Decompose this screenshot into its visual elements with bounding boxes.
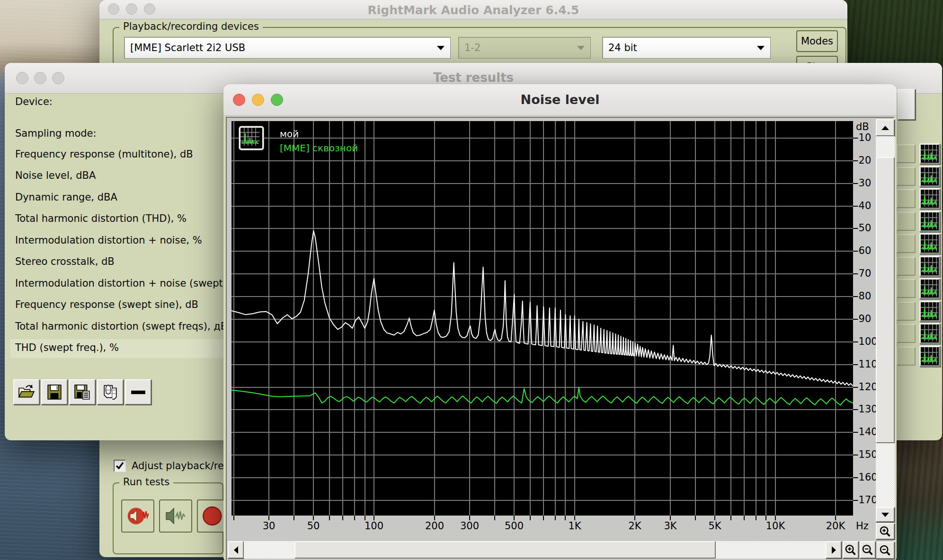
channels-value: 1-2: [464, 42, 480, 53]
test-row-label[interactable]: Stereo crosstalk, dB: [15, 256, 115, 267]
spectrum-button[interactable]: [919, 211, 940, 232]
x-tick-label: 500: [500, 520, 528, 532]
x-tick: [434, 516, 435, 520]
scroll-up-button[interactable]: [876, 119, 895, 136]
chevron-down-icon[interactable]: [437, 46, 445, 50]
checkmark-icon: [115, 461, 125, 471]
x-tick-label: 5K: [701, 520, 729, 532]
test-row-label[interactable]: Frequency response (multitone), dB: [15, 149, 193, 160]
test-row-label[interactable]: Noise level, dBA: [15, 170, 96, 181]
x-tick-label: 300: [455, 520, 484, 532]
open-button[interactable]: [13, 379, 40, 405]
scroll-down-button[interactable]: [876, 507, 895, 522]
test-row-label[interactable]: Intermodulation distortion + noise, %: [15, 235, 202, 246]
v-scroll-thumb[interactable]: [876, 157, 895, 443]
channels-combo: 1-2: [458, 37, 591, 59]
zoom-in-y-button[interactable]: [876, 523, 895, 540]
scroll-left-button[interactable]: [228, 541, 244, 559]
legend-spectrum-button[interactable]: [239, 126, 264, 150]
spectrum-button[interactable]: [919, 233, 940, 254]
arrow-right-icon: [832, 546, 836, 554]
x-tick-label: 200: [420, 520, 449, 532]
noise-titlebar: Noise level: [223, 84, 897, 116]
spectrum-button[interactable]: [919, 166, 940, 187]
x-tick: [775, 516, 776, 520]
spectrum-button[interactable]: [919, 346, 940, 367]
modes-button-label: Modes: [801, 35, 833, 47]
results-side-button[interactable]: [898, 89, 916, 120]
record-icon: [201, 503, 226, 529]
test-row-label[interactable]: Total harmonic distortion (swept freqs),…: [15, 321, 227, 332]
y-tick-label: -80: [855, 290, 871, 302]
x-tick: [634, 516, 635, 520]
x-tick: [835, 516, 836, 520]
x-tick: [329, 516, 330, 520]
x-tick: [565, 516, 566, 520]
x-tick: [574, 516, 575, 520]
noise-chart-canvas: [231, 121, 853, 516]
y-tick-label: -90: [855, 313, 871, 324]
x-tick: [469, 516, 470, 520]
zoom-out-x-button[interactable]: [860, 541, 876, 559]
spectrum-button[interactable]: [919, 188, 940, 209]
x-tick: [555, 516, 556, 520]
run-record-test-button[interactable]: [159, 499, 192, 533]
chevron-down-icon: [577, 46, 585, 50]
h-scroll-track[interactable]: [244, 541, 294, 559]
remove-button[interactable]: [125, 379, 151, 405]
test-row-label[interactable]: Frequency response (swept sine), dB: [15, 299, 198, 310]
device-label: Device:: [15, 96, 53, 107]
x-tick-label: 30: [255, 520, 283, 532]
modes-button[interactable]: Modes: [796, 30, 838, 52]
zoom-in-icon: [845, 544, 857, 556]
x-tick-label: 50: [299, 520, 328, 532]
y-tick-label: -20: [855, 155, 871, 166]
x-tick-label: 20K: [821, 520, 850, 532]
y-tick-label: -100: [855, 336, 878, 347]
result-value-box: [897, 257, 916, 276]
zoom-out-y-button[interactable]: [876, 542, 895, 559]
copy-report-icon: [101, 384, 120, 400]
spectrum-button[interactable]: [919, 301, 940, 322]
result-value-box: [897, 212, 916, 231]
y-axis-strip: dB-10-20-30-40-50-60-70-80-90-100-110-12…: [853, 121, 875, 516]
test-row-label[interactable]: THD (swept freq.), %: [15, 342, 119, 353]
x-axis-strip: 30501002003005001K2K3K5K10K20K: [231, 516, 853, 537]
result-value-box: [897, 234, 916, 253]
result-value-box: [897, 324, 916, 343]
y-tick-label: -160: [855, 472, 878, 483]
test-row-label[interactable]: Intermodulation distortion + noise (swep…: [15, 278, 255, 289]
spectrum-button[interactable]: [919, 323, 940, 344]
sampling-mode-label: Sampling mode:: [15, 128, 97, 139]
test-row-label[interactable]: Dynamic range, dBA: [15, 192, 117, 203]
v-scroll-track[interactable]: [876, 443, 895, 507]
y-axis-unit: dB: [856, 121, 869, 132]
arrow-down-icon: [881, 513, 889, 517]
y-tick-label: -140: [855, 426, 878, 438]
adjust-levels-checkbox[interactable]: [114, 460, 126, 472]
y-tick-label: -30: [855, 177, 871, 189]
spectrum-button[interactable]: [919, 256, 940, 277]
result-value-box: [897, 302, 916, 321]
h-scroll-thumb[interactable]: [294, 541, 716, 559]
save-button[interactable]: [41, 379, 68, 405]
spectrum-button[interactable]: [919, 143, 940, 164]
bit-depth-combo[interactable]: 24 bit: [602, 37, 771, 59]
result-value-box: [897, 189, 916, 208]
chevron-down-icon[interactable]: [757, 46, 765, 50]
zoom-in-icon: [879, 525, 891, 538]
save-as-button[interactable]: [69, 379, 96, 405]
zoom-out-icon: [862, 544, 874, 556]
y-tick-label: -130: [855, 403, 878, 415]
open-folder-icon: [17, 384, 36, 400]
test-row-label[interactable]: Total harmonic distortion (THD), %: [15, 213, 187, 224]
playback-device-combo[interactable]: [MME] Scarlett 2i2 USB: [124, 37, 451, 59]
zoom-in-x-button[interactable]: [843, 541, 859, 559]
run-playback-test-button[interactable]: [121, 499, 154, 533]
scroll-right-button[interactable]: [826, 541, 842, 559]
copy-report-button[interactable]: [97, 379, 124, 405]
bit-depth-value: 24 bit: [608, 42, 637, 53]
h-scroll-track[interactable]: [716, 541, 826, 559]
v-scroll-track[interactable]: [876, 136, 895, 157]
spectrum-button[interactable]: [919, 278, 940, 299]
